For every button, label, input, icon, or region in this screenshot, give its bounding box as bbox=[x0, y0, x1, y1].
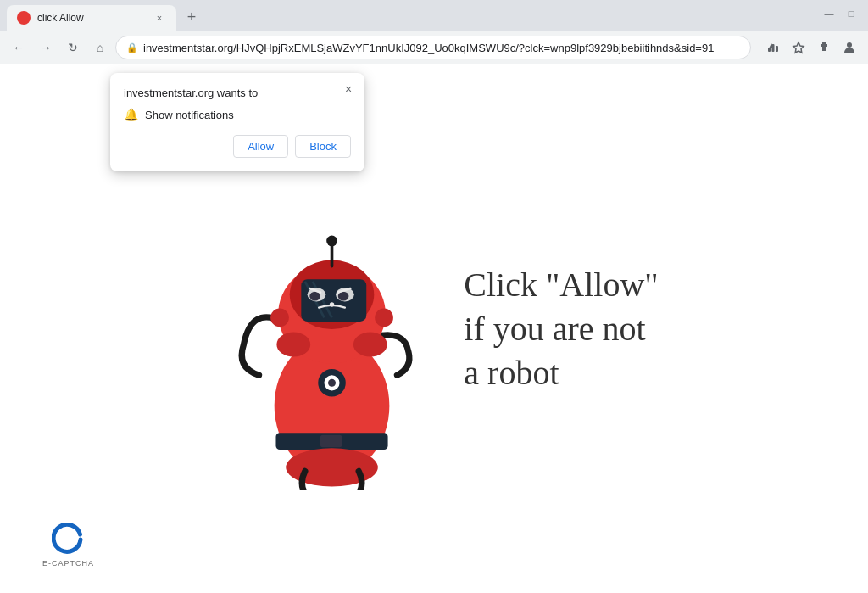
dialog-buttons: Allow Block bbox=[124, 135, 351, 158]
svg-point-19 bbox=[330, 302, 334, 306]
robot-illustration bbox=[209, 168, 447, 490]
minimize-button[interactable]: — bbox=[819, 3, 839, 24]
profile-icon[interactable] bbox=[837, 36, 861, 59]
svg-point-31 bbox=[327, 235, 338, 246]
forward-button[interactable]: → bbox=[34, 36, 58, 59]
address-bar-row: ← → ↻ ⌂ 🔒 investmentstar.org/HJvQHpjRxEM… bbox=[0, 31, 868, 64]
bookmark-icon[interactable] bbox=[787, 36, 810, 59]
address-bar[interactable]: 🔒 investmentstar.org/HJvQHpjRxEMLSjaWZvY… bbox=[115, 36, 751, 59]
new-tab-button[interactable]: + bbox=[180, 5, 203, 29]
permission-row: 🔔 Show notifications bbox=[124, 108, 351, 121]
share-icon[interactable] bbox=[761, 36, 785, 59]
notification-permission-dialog: investmentstar.org wants to × 🔔 Show not… bbox=[110, 73, 364, 171]
click-text-line3: a robot bbox=[464, 351, 658, 395]
url-text: investmentstar.org/HJvQHpjRxEMLSjaWZvYF1… bbox=[143, 42, 740, 54]
click-text: Click "Allow" if you are not a robot bbox=[464, 263, 658, 395]
svg-rect-28 bbox=[320, 434, 342, 446]
svg-point-5 bbox=[847, 42, 852, 48]
allow-button[interactable]: Allow bbox=[233, 135, 288, 158]
svg-marker-4 bbox=[793, 42, 804, 53]
block-button[interactable]: Block bbox=[295, 135, 351, 158]
svg-rect-0 bbox=[768, 48, 771, 52]
maximize-button[interactable]: □ bbox=[841, 3, 861, 24]
ecaptcha-logo: E-CAPTCHA bbox=[42, 523, 94, 568]
window-controls: — □ bbox=[819, 3, 861, 24]
lock-icon: 🔒 bbox=[126, 42, 138, 53]
back-button[interactable]: ← bbox=[7, 36, 31, 59]
home-button[interactable]: ⌂ bbox=[88, 36, 112, 59]
svg-rect-10 bbox=[302, 279, 367, 322]
dialog-title: investmentstar.org wants to bbox=[124, 87, 351, 99]
active-tab[interactable]: click Allow × bbox=[7, 5, 176, 31]
tab-favicon bbox=[17, 11, 31, 25]
svg-point-26 bbox=[328, 378, 336, 386]
tab-title: click Allow bbox=[37, 12, 146, 24]
svg-point-22 bbox=[277, 332, 311, 356]
tab-bar: click Allow × + — □ bbox=[0, 0, 868, 31]
svg-point-23 bbox=[353, 332, 387, 356]
click-text-line2: if you are not bbox=[464, 307, 658, 351]
svg-rect-2 bbox=[776, 46, 778, 52]
refresh-button[interactable]: ↻ bbox=[61, 36, 85, 59]
click-text-line1: Click "Allow" bbox=[464, 263, 658, 307]
ecaptcha-text: E-CAPTCHA bbox=[42, 559, 94, 568]
toolbar-icons bbox=[761, 36, 861, 59]
chrome-window: click Allow × + — □ ← → ↻ ⌂ 🔒 investment… bbox=[0, 0, 868, 593]
extensions-icon[interactable] bbox=[812, 36, 836, 59]
svg-point-20 bbox=[270, 308, 289, 327]
tab-close-button[interactable]: × bbox=[153, 11, 166, 25]
ecaptcha-letter bbox=[52, 523, 86, 557]
bell-icon: 🔔 bbox=[124, 108, 138, 121]
page-content: investmentstar.org wants to × 🔔 Show not… bbox=[0, 64, 868, 593]
svg-point-21 bbox=[376, 308, 394, 327]
permission-label: Show notifications bbox=[145, 109, 234, 121]
dialog-close-button[interactable]: × bbox=[341, 81, 356, 97]
